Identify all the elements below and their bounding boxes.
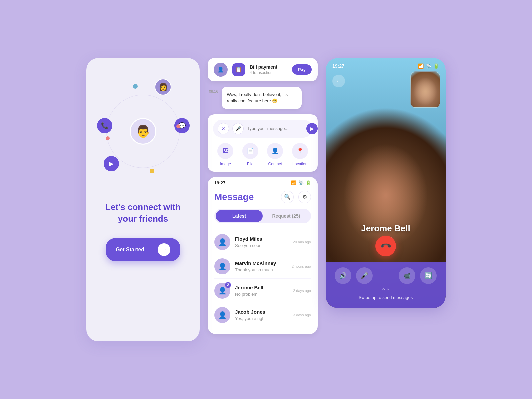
title-line2: your friends (118, 214, 168, 224)
speaker-button[interactable]: 🔊 (335, 267, 351, 284)
location-icon: 📍 (292, 143, 308, 159)
status-time: 19:27 (214, 180, 225, 185)
flip-camera-button[interactable]: 🔄 (420, 267, 437, 284)
controls-row: 🔊 🎤 📹 🔄 (332, 267, 439, 284)
phone-orbit-icon[interactable]: 📞 (97, 118, 112, 133)
bill-payment-card[interactable]: 👤 📋 Bill payment 4 transaction Pay (208, 58, 318, 81)
call-status-icons: 📶 📡 🔋 (418, 63, 439, 69)
jerome-info: Jerome Bell No problem! (235, 285, 288, 297)
latest-tab[interactable]: Latest (216, 210, 263, 222)
bill-subtitle: 4 transaction (250, 70, 287, 75)
friend-avatar-1: 👩 (155, 79, 171, 95)
bill-user-avatar: 👤 (214, 63, 228, 77)
mute-button[interactable]: 🎤 (356, 267, 373, 284)
call-wifi-icon: 📡 (426, 63, 431, 69)
message-input-card: ✕ 🎤 ▶ 🖼 Image 📄 File 👤 Contact (208, 114, 318, 172)
pay-button[interactable]: Pay (292, 64, 312, 75)
message-list: 👤 Floyd Miles See you soon! 20 min ago 👤 (214, 230, 311, 327)
swipe-hint-text: Swipe up to send messages (332, 295, 439, 300)
flip-camera-icon: 🔄 (425, 272, 432, 279)
orbit-dot-pink (106, 136, 110, 140)
orbit-dot-red (176, 124, 180, 128)
video-camera-icon: 📹 (403, 272, 411, 279)
message-tabs: Latest Request (25) (214, 209, 311, 223)
close-button[interactable]: ✕ (218, 123, 229, 134)
connect-title: Let's connect with your friends (105, 201, 181, 225)
phone-hang-up-icon: 📞 (379, 240, 392, 252)
video-call-screen: 19:27 📶 📡 🔋 ← Jerome Bell 08:12 📞 (326, 58, 446, 308)
message-item-jerome[interactable]: 👤 2 Jerome Bell No problem! 2 days ago (214, 279, 311, 303)
wifi-icon: 📡 (298, 180, 304, 185)
caller-face-video (411, 72, 440, 107)
header-icons: 🔍 ⚙ (281, 191, 311, 203)
call-battery-icon: 🔋 (433, 63, 439, 69)
file-icon: 📄 (242, 143, 258, 159)
speaker-icon: 🔊 (339, 272, 347, 279)
center-user-avatar: 👨 (130, 118, 156, 145)
floyd-avatar: 👤 (214, 234, 230, 250)
battery-icon: 🔋 (306, 180, 311, 185)
status-icons: 📶 📡 🔋 (291, 180, 311, 185)
message-item-jacob[interactable]: 👤 Jacob Jones Yes, you're right 3 days a… (214, 303, 311, 327)
contact-icon: 👤 (267, 143, 283, 159)
back-button[interactable]: ← (332, 75, 345, 87)
swipe-arrow-icon: ⌃⌃ (332, 287, 439, 294)
microphone-button[interactable]: 🎤 (232, 123, 244, 134)
video-orbit-icon[interactable]: ▶ (104, 156, 119, 171)
caller-thumbnail (410, 71, 440, 108)
bill-title: Bill payment (250, 64, 287, 70)
caller-name: Jerome Bell (326, 223, 446, 234)
call-signal-icon: 📶 (418, 63, 424, 69)
title-line1: Let's connect with (105, 202, 181, 212)
signal-icon: 📶 (291, 180, 296, 185)
image-attachment[interactable]: 🖼 Image (217, 143, 233, 166)
request-tab[interactable]: Request (25) (263, 210, 310, 222)
call-status-time: 19:27 (332, 63, 344, 69)
chat-message-wrapper: 08:16 Wow, I really don't believe it, it… (208, 87, 318, 109)
chat-timestamp: 08:16 (209, 89, 218, 93)
jerome-badge: 2 (225, 282, 231, 288)
location-attachment[interactable]: 📍 Location (292, 143, 308, 166)
get-started-label: Get Started (116, 247, 144, 253)
attachment-row: 🖼 Image 📄 File 👤 Contact 📍 Location (213, 143, 312, 166)
file-attachment[interactable]: 📄 File (242, 143, 258, 166)
bill-info: Bill payment 4 transaction (250, 64, 287, 75)
bill-payment-icon: 📋 (232, 63, 245, 76)
connect-screen: 👨 👩 📞 💬 ▶ Let's (86, 58, 200, 341)
phone-icon: 📞 (101, 122, 108, 129)
marvin-info: Marvin McKinney Thank you so much (235, 260, 287, 272)
message-item-marvin[interactable]: 👤 Marvin McKinney Thank you so much 2 ho… (214, 254, 311, 279)
chat-bubble-text: Wow, I really don't believe it, it's rea… (222, 87, 302, 109)
end-call-button[interactable]: 📞 (375, 236, 396, 256)
orbit-dot-blue (133, 84, 138, 89)
phone-status-bar: 19:27 📶 📡 🔋 (208, 177, 318, 187)
messages-title: Message (214, 192, 254, 202)
contact-attachment[interactable]: 👤 Contact (267, 143, 283, 166)
image-icon: 🖼 (217, 143, 233, 159)
app-container: 👨 👩 📞 💬 ▶ Let's (86, 58, 446, 341)
message-item-floyd[interactable]: 👤 Floyd Miles See you soon! 20 min ago (214, 230, 311, 254)
message-screen: 👤 📋 Bill payment 4 transaction Pay 08:16… (208, 58, 318, 334)
phone-content: Message 🔍 ⚙ Latest Request (25) 👤 (208, 187, 318, 334)
orbit-dot-yellow (150, 169, 154, 173)
input-row: ✕ 🎤 ▶ (213, 120, 312, 138)
message-input[interactable] (247, 126, 303, 131)
search-button[interactable]: 🔍 (281, 191, 294, 203)
video-toggle-button[interactable]: 📹 (399, 267, 415, 284)
jacob-avatar: 👤 (214, 307, 230, 323)
mute-icon: 🎤 (361, 272, 368, 279)
messages-phone-screen: 19:27 📶 📡 🔋 Message 🔍 ⚙ Latest (208, 177, 318, 334)
jerome-avatar: 👤 2 (214, 283, 230, 299)
call-controls: 🔊 🎤 📹 🔄 ⌃⌃ Swipe up to send messages (326, 262, 446, 308)
orbit-visualization: 👨 👩 📞 💬 ▶ (96, 75, 190, 188)
arrow-circle: → (158, 243, 170, 256)
call-status-bar: 19:27 📶 📡 🔋 (326, 58, 446, 71)
get-started-button[interactable]: Get Started → (106, 238, 180, 261)
settings-button[interactable]: ⚙ (298, 191, 311, 203)
jacob-info: Jacob Jones Yes, you're right (235, 309, 288, 321)
send-button[interactable]: ▶ (306, 123, 318, 134)
floyd-info: Floyd Miles See you soon! (235, 236, 288, 248)
video-icon: ▶ (109, 160, 114, 167)
messages-header: Message 🔍 ⚙ (214, 191, 311, 203)
marvin-avatar: 👤 (214, 258, 230, 274)
